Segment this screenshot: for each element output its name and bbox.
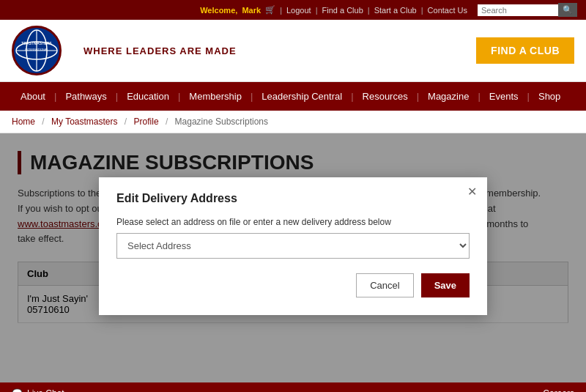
tagline: WHERE LEADERS ARE MADE xyxy=(84,45,476,56)
svg-text:INTERNATIONAL: INTERNATIONAL xyxy=(25,48,48,51)
cart-icon: 🛒 xyxy=(265,5,275,15)
modal-title: Edit Delivery Address xyxy=(116,192,470,205)
live-chat-button[interactable]: 💬 Live Chat xyxy=(12,388,64,392)
careers-link[interactable]: Careers xyxy=(543,388,574,392)
breadcrumb-profile[interactable]: Profile xyxy=(134,117,159,127)
save-button[interactable]: Save xyxy=(421,273,470,297)
nav-education[interactable]: Education xyxy=(118,82,178,111)
live-chat-label: Live Chat xyxy=(27,388,64,392)
find-a-club-link[interactable]: Find a Club xyxy=(322,6,363,15)
main-content: MAGAZINE SUBSCRIPTIONS Subscriptions to … xyxy=(0,133,586,382)
nav-about[interactable]: About xyxy=(12,82,54,111)
cancel-button[interactable]: Cancel xyxy=(356,273,413,297)
modal-close-button[interactable]: ✕ xyxy=(467,185,477,199)
nav-resources[interactable]: Resources xyxy=(354,82,417,111)
svg-text:TOASTMASTERS: TOASTMASTERS xyxy=(21,41,52,45)
breadcrumb-home[interactable]: Home xyxy=(12,117,35,127)
top-bar: Welcome, Mark 🛒 | Logout | Find a Club |… xyxy=(0,0,586,20)
modal-overlay: ✕ Edit Delivery Address Please select an… xyxy=(0,133,586,382)
nav-magazine[interactable]: Magazine xyxy=(419,82,478,111)
footer-bar: 💬 Live Chat Careers xyxy=(0,382,586,392)
main-nav: About | Pathways | Education | Membershi… xyxy=(0,82,586,111)
breadcrumb-current: Magazine Subscriptions xyxy=(175,117,268,127)
find-club-button[interactable]: FIND A CLUB xyxy=(476,37,574,64)
search-input[interactable] xyxy=(478,4,558,16)
nav-pathways[interactable]: Pathways xyxy=(56,82,115,111)
logo-area: TOASTMASTERS INTERNATIONAL xyxy=(12,26,69,75)
nav-leadership-central[interactable]: Leadership Central xyxy=(253,82,351,111)
welcome-text: Welcome, Mark xyxy=(200,6,261,15)
start-a-club-link[interactable]: Start a Club xyxy=(374,6,417,15)
chat-icon: 💬 xyxy=(12,388,23,392)
site-header: TOASTMASTERS INTERNATIONAL WHERE LEADERS… xyxy=(0,20,586,82)
search-box: 🔍 xyxy=(478,3,577,17)
breadcrumb-my-toastmasters[interactable]: My Toastmasters xyxy=(51,117,117,127)
contact-us-link[interactable]: Contact Us xyxy=(428,6,467,15)
logout-link[interactable]: Logout xyxy=(286,6,311,15)
edit-delivery-modal: ✕ Edit Delivery Address Please select an… xyxy=(99,177,487,315)
modal-actions: Cancel Save xyxy=(116,273,470,297)
modal-label: Please select an address on file or ente… xyxy=(116,217,470,227)
breadcrumb: Home / My Toastmasters / Profile / Magaz… xyxy=(0,111,586,133)
address-select[interactable]: Select Address xyxy=(116,233,470,259)
nav-events[interactable]: Events xyxy=(481,82,527,111)
nav-membership[interactable]: Membership xyxy=(180,82,251,111)
nav-shop[interactable]: Shop xyxy=(530,82,569,111)
logo: TOASTMASTERS INTERNATIONAL xyxy=(12,26,62,75)
search-button[interactable]: 🔍 xyxy=(558,3,577,17)
